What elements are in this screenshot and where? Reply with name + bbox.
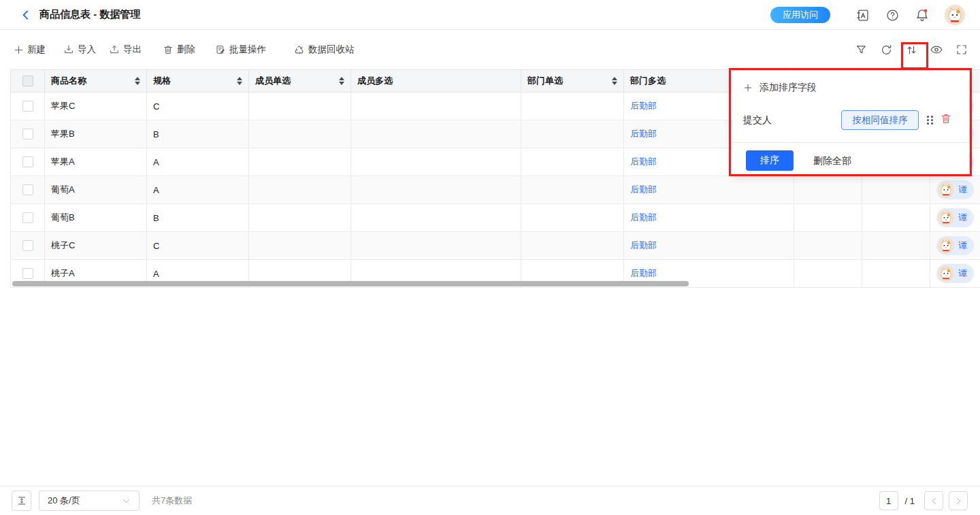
column-header-dept_single[interactable]: 部门单选 [521, 70, 624, 92]
sort-caret-icon[interactable] [237, 77, 242, 85]
cell-spec: C [153, 101, 159, 112]
dept-link[interactable]: 后勤部 [630, 239, 657, 252]
cell-spec: B [153, 213, 159, 223]
cell-spec: A [153, 269, 159, 279]
table-row[interactable]: 葡萄AA后勤部谭 [10, 176, 980, 204]
next-page-button[interactable] [949, 491, 968, 510]
new-button[interactable]: 新建 [14, 44, 46, 56]
user-avatar[interactable] [945, 5, 965, 25]
back-button[interactable] [19, 8, 33, 22]
cell-member_single [249, 176, 351, 203]
trash-icon [940, 112, 952, 124]
page-size-select[interactable]: 20 条/页 [39, 491, 140, 511]
import-icon [63, 44, 74, 55]
cell-dept_single [521, 204, 624, 231]
plus-icon [743, 83, 753, 93]
prev-page-button[interactable] [924, 491, 943, 510]
column-header-member_single[interactable]: 成员单选 [249, 70, 351, 92]
app-access-button[interactable]: 应用访问 [770, 7, 830, 23]
submitter-chip[interactable]: 谭 [936, 264, 974, 283]
submitter-chip[interactable]: 谭 [936, 236, 974, 255]
sort-caret-icon[interactable] [135, 77, 140, 85]
cell-member_multi [351, 232, 521, 259]
chevron-down-icon [122, 497, 131, 505]
cell-member_multi [351, 120, 521, 148]
dept-link[interactable]: 后勤部 [630, 156, 657, 168]
cell-product-name: 苹果A [51, 156, 75, 168]
table-row[interactable]: 桃子CC后勤部谭 [10, 232, 980, 260]
same-value-sort-button[interactable]: 按相同值排序 [841, 110, 919, 130]
dept-link[interactable]: 后勤部 [630, 128, 657, 140]
dept-link[interactable]: 后勤部 [630, 100, 657, 112]
cell-checkbox [11, 204, 45, 231]
cell-dept_single [521, 93, 624, 120]
cell-member_multi [351, 204, 521, 231]
cell-dept_single [521, 148, 624, 176]
notifications-icon[interactable] [915, 7, 930, 22]
cell-product-name: 苹果B [51, 128, 75, 140]
row-checkbox[interactable] [22, 268, 33, 279]
import-button[interactable]: 导入 [63, 44, 96, 56]
visibility-button[interactable] [930, 43, 943, 56]
filter-button[interactable] [854, 43, 868, 56]
cell-spec: A [147, 176, 249, 203]
horizontal-scrollbar[interactable] [12, 281, 689, 286]
row-checkbox[interactable] [22, 101, 33, 112]
cell-col9 [862, 176, 930, 203]
column-header-name[interactable]: 商品名称 [45, 70, 147, 92]
cell-submitter: 谭 [930, 260, 980, 287]
cell-member_single [249, 120, 351, 148]
row-checkbox[interactable] [22, 212, 33, 223]
cell-member_single [249, 148, 351, 176]
row-height-button[interactable] [12, 491, 31, 511]
submitter-chip[interactable]: 谭 [936, 180, 974, 199]
cell-col8 [794, 204, 862, 231]
add-sort-field-button[interactable]: 添加排序字段 [743, 82, 817, 94]
chevron-left-icon [930, 497, 938, 505]
popup-divider [732, 142, 969, 143]
contacts-icon[interactable] [855, 7, 870, 22]
recycle-icon [293, 44, 305, 56]
cell-checkbox [11, 148, 45, 176]
sort-caret-icon[interactable] [339, 77, 344, 85]
cell-dept_single [521, 120, 624, 148]
cell-checkbox [11, 93, 45, 120]
row-checkbox[interactable] [22, 184, 33, 195]
cell-col8 [794, 176, 862, 203]
row-checkbox[interactable] [22, 240, 33, 251]
cell-col9 [862, 204, 930, 231]
fullscreen-button[interactable] [955, 43, 968, 56]
delete-all-button[interactable]: 删除全部 [813, 155, 851, 167]
column-header-spec[interactable]: 规格 [147, 70, 249, 92]
toolbar-right [854, 30, 968, 69]
sort-button[interactable] [904, 43, 918, 56]
topbar-right: 应用访问 [770, 0, 965, 30]
remove-sort-field-button[interactable] [940, 112, 953, 126]
refresh-button[interactable] [879, 43, 893, 56]
row-checkbox[interactable] [22, 156, 33, 167]
cell-dept_single [521, 232, 624, 259]
submitter-avatar [938, 182, 954, 198]
page-number-input[interactable] [879, 491, 898, 510]
help-icon[interactable] [885, 7, 900, 22]
dept-link[interactable]: 后勤部 [630, 267, 657, 280]
apply-sort-button[interactable]: 排序 [746, 150, 794, 171]
table-row[interactable]: 葡萄BB后勤部谭 [10, 204, 980, 232]
notification-dot [924, 9, 928, 12]
row-checkbox[interactable] [22, 129, 33, 139]
sort-caret-icon[interactable] [612, 77, 617, 85]
batch-ops-button[interactable]: 批量操作 [215, 44, 266, 56]
dept-link[interactable]: 后勤部 [630, 212, 657, 224]
dept-link[interactable]: 后勤部 [630, 184, 657, 196]
submitter-chip[interactable]: 谭 [936, 208, 974, 227]
delete-button[interactable]: 删除 [163, 44, 195, 56]
cell-name: 葡萄A [45, 176, 147, 203]
select-all-checkbox[interactable] [22, 76, 33, 86]
drag-handle-icon[interactable] [927, 116, 933, 124]
cell-dept_multi: 后勤部 [624, 176, 794, 203]
cell-name: 葡萄B [45, 204, 147, 231]
recycle-bin-button[interactable]: 数据回收站 [293, 44, 355, 56]
cell-product-name: 苹果C [51, 100, 75, 112]
export-button[interactable]: 导出 [109, 44, 142, 56]
submitter-avatar [938, 237, 954, 254]
